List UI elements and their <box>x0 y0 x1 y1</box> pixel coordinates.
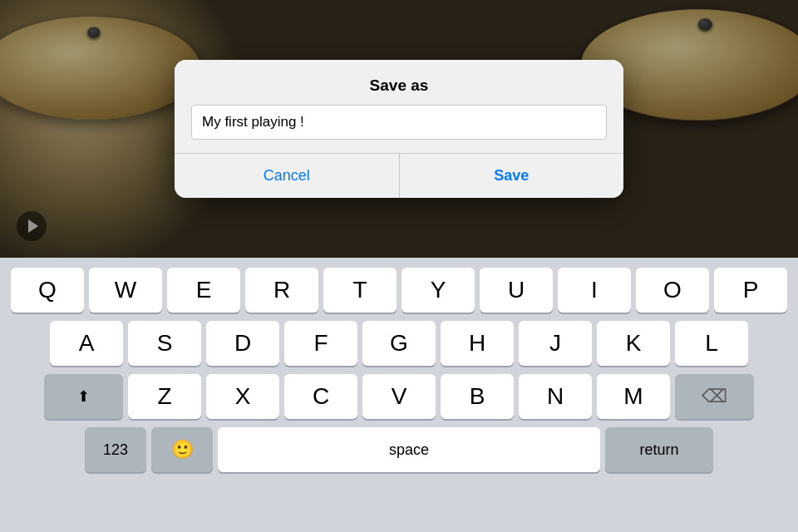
key-u[interactable]: U <box>480 268 553 313</box>
save-dialog: Save as Cancel Save <box>175 60 623 198</box>
dialog-input-area <box>175 105 623 153</box>
keyboard: Q W E R T Y U I O P A S D F G H J K L ⬆ … <box>0 258 798 532</box>
key-q[interactable]: Q <box>11 268 84 313</box>
key-t[interactable]: T <box>323 268 397 313</box>
space-label: space <box>389 441 429 459</box>
delete-key[interactable]: ⌫ <box>675 374 754 419</box>
dialog-title: Save as <box>175 60 623 105</box>
space-key[interactable]: space <box>218 427 600 472</box>
key-e[interactable]: E <box>167 268 240 313</box>
num-key[interactable]: 123 <box>85 427 146 472</box>
emoji-icon: 🙂 <box>171 439 194 461</box>
num-label: 123 <box>103 441 128 459</box>
dialog-overlay: Save as Cancel Save <box>0 0 798 258</box>
delete-icon: ⌫ <box>702 386 727 407</box>
key-h[interactable]: H <box>441 321 514 366</box>
key-r[interactable]: R <box>245 268 318 313</box>
key-o[interactable]: O <box>636 268 709 313</box>
key-j[interactable]: J <box>519 321 592 366</box>
key-b[interactable]: B <box>441 374 514 419</box>
keyboard-row-4: 123 🙂 space return <box>3 427 795 472</box>
keyboard-row-3: ⬆ Z X C V B N M ⌫ <box>3 374 795 419</box>
key-i[interactable]: I <box>558 268 631 313</box>
key-z[interactable]: Z <box>128 374 201 419</box>
key-k[interactable]: K <box>597 321 670 366</box>
key-g[interactable]: G <box>362 321 436 366</box>
key-c[interactable]: C <box>284 374 357 419</box>
key-p[interactable]: P <box>714 268 787 313</box>
return-label: return <box>639 441 678 459</box>
key-s[interactable]: S <box>128 321 201 366</box>
keyboard-row-2: A S D F G H J K L <box>3 321 795 366</box>
shift-icon: ⬆ <box>77 387 90 406</box>
key-m[interactable]: M <box>597 374 670 419</box>
filename-input[interactable] <box>191 105 607 140</box>
key-x[interactable]: X <box>206 374 279 419</box>
cancel-button[interactable]: Cancel <box>175 154 400 198</box>
key-f[interactable]: F <box>284 321 357 366</box>
key-a[interactable]: A <box>50 321 123 366</box>
key-d[interactable]: D <box>206 321 279 366</box>
key-n[interactable]: N <box>519 374 592 419</box>
key-y[interactable]: Y <box>401 268 475 313</box>
keyboard-row-1: Q W E R T Y U I O P <box>3 268 795 313</box>
emoji-key[interactable]: 🙂 <box>151 427 213 472</box>
dialog-buttons: Cancel Save <box>175 153 623 198</box>
key-l[interactable]: L <box>675 321 748 366</box>
key-w[interactable]: W <box>89 268 162 313</box>
return-key[interactable]: return <box>605 427 713 472</box>
key-v[interactable]: V <box>362 374 436 419</box>
shift-key[interactable]: ⬆ <box>44 374 123 419</box>
save-button[interactable]: Save <box>400 154 624 198</box>
